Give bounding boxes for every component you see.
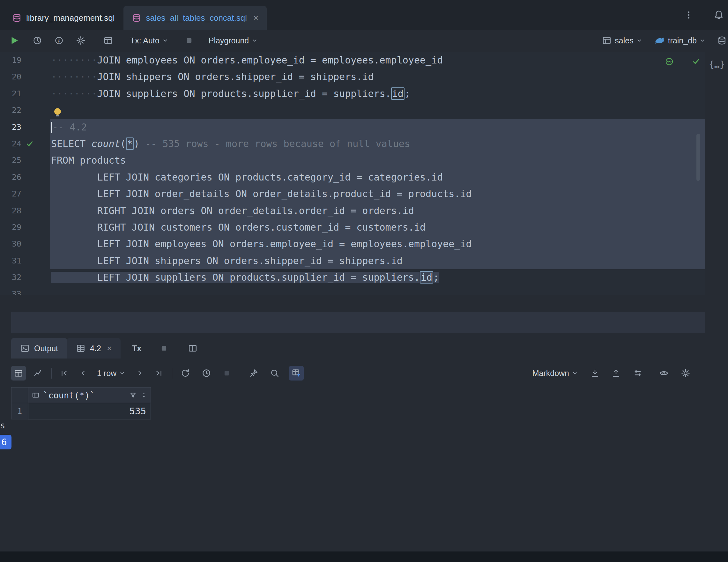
column-sort-icon[interactable] — [140, 392, 147, 399]
editor-line[interactable]: 28 RIGHT JOIN orders ON order_details.or… — [0, 203, 705, 219]
value-cell[interactable]: 535 — [28, 403, 151, 419]
line-number[interactable]: 32 — [0, 269, 21, 286]
chevron-down-icon — [699, 37, 706, 44]
datasource-selector[interactable]: train_db — [654, 35, 706, 46]
editor-line[interactable]: 32 LEFT JOIN suppliers ON products.suppl… — [0, 269, 705, 286]
line-number[interactable]: 25 — [0, 152, 21, 169]
inspections-passed-icon[interactable] — [692, 57, 701, 66]
editor-line[interactable]: 25FROM products — [0, 152, 705, 169]
notifications-button[interactable] — [713, 10, 724, 20]
run-button[interactable] — [9, 35, 20, 46]
auto-refresh-button[interactable] — [202, 368, 211, 378]
stop-query-button[interactable] — [160, 338, 168, 359]
import-button[interactable] — [611, 368, 621, 378]
line-number[interactable]: 26 — [0, 169, 21, 186]
gutter — [21, 219, 50, 236]
line-number[interactable]: 28 — [0, 203, 21, 219]
tab-result-4-2[interactable]: 4.2 × — [67, 338, 121, 359]
results-grid: `count(*)` 1 535 — [11, 387, 151, 419]
line-number[interactable]: 33 — [0, 286, 21, 295]
tab-library-management[interactable]: library_management.sql — [4, 6, 123, 30]
find-button[interactable] — [270, 368, 279, 378]
line-number[interactable]: 21 — [0, 85, 21, 102]
settings-button[interactable] — [76, 36, 85, 45]
column-header-count[interactable]: `count(*)` — [28, 387, 151, 403]
compare-button[interactable] — [633, 368, 643, 378]
table-view-button[interactable] — [11, 366, 26, 381]
editor-line[interactable]: 30 LEFT JOIN employees ON orders.employe… — [0, 236, 705, 252]
next-page-button[interactable] — [136, 369, 144, 377]
code-text: FROM products — [50, 152, 705, 169]
line-number[interactable]: 29 — [0, 219, 21, 236]
editor-line[interactable]: 29 RIGHT JOIN customers ON orders.custom… — [0, 219, 705, 236]
more-options-button[interactable] — [684, 10, 694, 20]
close-icon[interactable]: × — [253, 13, 258, 22]
tx-mode-dropdown[interactable]: Tx: Auto — [130, 36, 160, 45]
editor-line[interactable]: 23-- 4.2 — [0, 119, 705, 136]
stop-button[interactable] — [185, 36, 193, 45]
editor-line[interactable]: 19········JOIN employees ON orders.emplo… — [0, 52, 705, 69]
execution-history-button[interactable] — [33, 36, 42, 45]
split-view-button[interactable] — [188, 338, 197, 359]
editor-line[interactable]: 20········JOIN shippers ON orders.shippe… — [0, 69, 705, 85]
collapsed-braces-indicator[interactable]: {…} — [709, 59, 725, 70]
clipped-badge-6: 6 — [0, 435, 11, 449]
row-number-cell[interactable]: 1 — [11, 403, 28, 419]
last-page-button[interactable] — [155, 369, 163, 377]
line-number[interactable]: 30 — [0, 236, 21, 252]
editor-line[interactable]: 26 LEFT JOIN categories ON products.cate… — [0, 169, 705, 186]
chart-view-button[interactable] — [33, 368, 43, 378]
stop-icon — [185, 36, 193, 45]
editor-line[interactable]: 21········JOIN suppliers ON products.sup… — [0, 85, 705, 102]
schema-icon — [602, 36, 612, 45]
column-filter-icon[interactable] — [129, 391, 137, 399]
export-format-dropdown[interactable]: Markdown — [532, 369, 569, 378]
editor-line[interactable]: 33 — [0, 286, 705, 295]
export-button[interactable] — [590, 368, 600, 378]
play-icon — [9, 35, 20, 46]
chevron-down-icon[interactable] — [118, 369, 126, 377]
tx-console-label[interactable]: Tx — [132, 344, 141, 353]
chevron-down-icon[interactable] — [251, 37, 258, 44]
editor-line[interactable]: 27 LEFT JOIN order_details ON order_deta… — [0, 186, 705, 202]
pin-tab-button[interactable] — [249, 368, 258, 378]
editor-results-splitter[interactable] — [11, 312, 705, 333]
refresh-button[interactable] — [181, 368, 190, 378]
schema-selector[interactable]: sales — [602, 36, 643, 45]
results-settings-button[interactable] — [681, 368, 690, 378]
filter-rows-button[interactable] — [289, 366, 304, 381]
code-text: LEFT JOIN employees ON orders.employee_i… — [50, 236, 705, 252]
line-number[interactable]: 20 — [0, 69, 21, 85]
grid-corner-cell[interactable] — [11, 387, 28, 403]
profiler-button[interactable]: p — [54, 36, 64, 45]
editor-lines: 19········JOIN employees ON orders.emplo… — [0, 52, 705, 295]
line-number[interactable]: 23 — [0, 119, 21, 136]
editor-line[interactable]: 24SELECT count(*) -- 535 rows - more row… — [0, 136, 705, 152]
preview-button[interactable] — [659, 368, 669, 378]
tab-sales-all-tables-concat[interactable]: sales_all_tables_concat.sql × — [123, 6, 267, 30]
editor-line[interactable]: 31 LEFT JOIN shippers ON orders.shipper_… — [0, 253, 705, 269]
close-icon[interactable]: × — [107, 344, 112, 353]
line-number[interactable]: 27 — [0, 186, 21, 202]
chevron-down-icon[interactable] — [571, 369, 579, 377]
page-size-dropdown[interactable]: 1 row — [97, 369, 116, 378]
editor-line[interactable]: 22 — [0, 102, 705, 119]
line-number[interactable]: 19 — [0, 52, 21, 69]
first-page-button[interactable] — [60, 369, 68, 377]
terminal-icon — [20, 344, 30, 353]
previous-page-button[interactable] — [79, 369, 87, 377]
line-number[interactable]: 31 — [0, 253, 21, 269]
editor-scrollbar[interactable] — [696, 134, 700, 181]
inspections-ok-icon[interactable] — [665, 57, 674, 66]
chevron-down-icon[interactable] — [161, 37, 169, 44]
cancel-query-button[interactable] — [223, 369, 231, 377]
line-number[interactable]: 22 — [0, 102, 21, 119]
gutter — [21, 186, 50, 202]
sql-editor[interactable]: 19········JOIN employees ON orders.emplo… — [0, 52, 705, 295]
console-dropdown[interactable]: Playground — [209, 36, 249, 45]
table-filter-icon — [292, 368, 301, 378]
edit-table-button[interactable] — [103, 36, 113, 45]
database-tool-button[interactable] — [717, 36, 727, 45]
line-number[interactable]: 24 — [0, 136, 21, 152]
tab-output[interactable]: Output — [11, 338, 67, 359]
